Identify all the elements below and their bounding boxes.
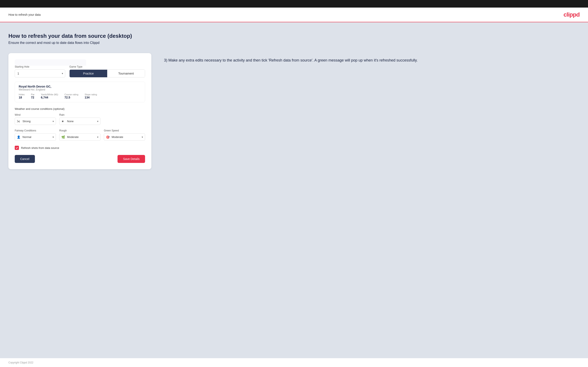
rain-wrapper: ☀ None ▾	[59, 117, 101, 125]
course-info-box: Royal North Devon GC, Westward Ho!, Engl…	[15, 82, 145, 102]
logo: clippd	[564, 11, 579, 18]
rough-wrapper: 🌿 Moderate ▾	[59, 133, 101, 141]
side-note-text: 3) Make any extra edits necessary to the…	[164, 57, 579, 63]
page-heading: How to refresh your data from source (de…	[9, 33, 579, 39]
slope-rating-label: Slope rating	[85, 93, 97, 96]
wind-select[interactable]: Strong	[15, 117, 56, 125]
par-value: 72	[31, 96, 35, 99]
yards-label: Yards/White (M))	[41, 93, 58, 96]
header-title: How to refresh your data	[9, 13, 41, 16]
button-row: Cancel Save Details	[15, 155, 145, 163]
refresh-label: Refresh shots from data source	[21, 146, 59, 150]
side-note: 3) Make any extra edits necessary to the…	[164, 53, 579, 63]
yards-value: 6,744	[41, 96, 58, 99]
course-rating-label: Course rating	[65, 93, 78, 96]
course-location: Westward Ho!, England	[19, 88, 141, 91]
starting-hole-wrapper: 1 ▾	[15, 69, 65, 77]
wind-rain-row: Wind 🌬 Strong ▾ Rain ☀ None	[15, 113, 145, 125]
content-area: Starting Hole 1 ▾ Game Type Practice Tou…	[9, 53, 579, 169]
game-type-group: Game Type Practice Tournament	[69, 65, 145, 77]
copyright-text: Copyright Clippd 2022	[9, 361, 34, 364]
holes-label: Holes	[19, 93, 25, 96]
rain-group: Rain ☀ None ▾	[59, 113, 101, 125]
wind-wrapper: 🌬 Strong ▾	[15, 117, 56, 125]
rough-select[interactable]: Moderate	[59, 133, 101, 141]
rain-label: Rain	[59, 113, 101, 116]
tab-preview	[15, 59, 86, 66]
tournament-button[interactable]: Tournament	[107, 70, 145, 77]
starting-hole-select[interactable]: 1	[15, 69, 65, 77]
fairway-group: Fairway Conditions 👤 Normal ▾	[15, 129, 56, 141]
course-rating-value: 72.5	[65, 96, 78, 99]
save-button[interactable]: Save Details	[118, 155, 145, 163]
main-content: How to refresh your data from source (de…	[0, 22, 588, 358]
conditions-three-col: Fairway Conditions 👤 Normal ▾ Rough 🌿	[15, 129, 145, 141]
top-form-row: Starting Hole 1 ▾ Game Type Practice Tou…	[15, 65, 145, 77]
cancel-button[interactable]: Cancel	[15, 155, 35, 163]
green-speed-wrapper: 🎯 Moderate ▾	[104, 133, 145, 141]
green-speed-select[interactable]: Moderate	[104, 133, 145, 141]
spacer	[104, 113, 145, 125]
wind-label: Wind	[15, 113, 56, 116]
practice-button[interactable]: Practice	[69, 70, 107, 77]
starting-hole-group: Starting Hole 1 ▾	[15, 65, 65, 77]
green-speed-group: Green Speed 🎯 Moderate ▾	[104, 129, 145, 141]
rain-select[interactable]: None	[59, 117, 101, 125]
footer: Copyright Clippd 2022	[0, 358, 588, 367]
green-speed-label: Green Speed	[104, 129, 145, 132]
rough-label: Rough	[59, 129, 101, 132]
course-name: Royal North Devon GC,	[19, 85, 141, 88]
slope-rating-value: 134	[85, 96, 97, 99]
starting-hole-label: Starting Hole	[15, 65, 65, 68]
fairway-wrapper: 👤 Normal ▾	[15, 133, 56, 141]
holes-value: 18	[19, 96, 25, 99]
rough-group: Rough 🌿 Moderate ▾	[59, 129, 101, 141]
fairway-label: Fairway Conditions	[15, 129, 56, 132]
refresh-checkbox[interactable]	[15, 146, 19, 150]
page-subheading: Ensure the correct and most up to date d…	[9, 41, 579, 45]
yards-stat: Yards/White (M)) 6,744	[41, 93, 58, 99]
fairway-select[interactable]: Normal	[15, 133, 56, 141]
top-bar	[0, 0, 588, 8]
weather-section-title: Weather and course conditions (optional)	[15, 107, 145, 110]
form-card: Starting Hole 1 ▾ Game Type Practice Tou…	[9, 53, 151, 169]
refresh-checkbox-row: Refresh shots from data source	[15, 146, 145, 150]
header: How to refresh your data clippd	[0, 8, 588, 22]
par-label: Par	[31, 93, 35, 96]
course-stats: Holes 18 Par 72 Yards/White (M)) 6,744 C…	[19, 93, 141, 99]
game-type-label: Game Type	[69, 65, 145, 68]
course-rating-stat: Course rating 72.5	[65, 93, 78, 99]
par-stat: Par 72	[31, 93, 35, 99]
wind-group: Wind 🌬 Strong ▾	[15, 113, 56, 125]
game-type-buttons: Practice Tournament	[69, 69, 145, 77]
holes-stat: Holes 18	[19, 93, 25, 99]
slope-rating-stat: Slope rating 134	[85, 93, 97, 99]
